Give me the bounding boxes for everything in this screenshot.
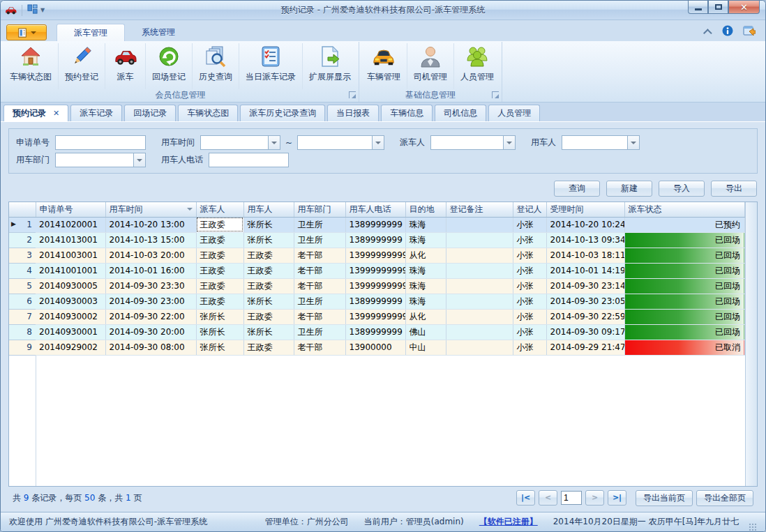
ribbon-button[interactable]: 扩展屏显示 — [303, 43, 357, 89]
cell-dispatcher[interactable]: 王政委 — [196, 232, 243, 248]
cell-dispatcher[interactable]: 王政委 — [196, 263, 243, 278]
cell-remark[interactable] — [446, 217, 513, 232]
cell-use_time[interactable]: 2014-09-30 22:00 — [105, 309, 196, 324]
cell-dept[interactable]: 老干部 — [294, 340, 345, 355]
cell-use_time[interactable]: 2014-09-30 23:00 — [105, 294, 196, 309]
cell-apply_no[interactable]: 20141020001 — [36, 217, 105, 232]
minimize-button[interactable] — [688, 1, 708, 14]
cell-registrar[interactable]: 小张 — [513, 278, 546, 294]
cell-apply_no[interactable]: 20141001001 — [36, 263, 105, 278]
combo-dropdown-button[interactable] — [268, 136, 280, 149]
column-header-status[interactable]: 派车状态 — [624, 202, 745, 217]
vertical-scrollbar[interactable] — [745, 202, 757, 486]
cell-apply_no[interactable]: 20141003001 — [36, 248, 105, 263]
ribbon-button[interactable]: 当日派车记录 — [239, 43, 303, 89]
document-tab[interactable]: 预约记录✕ — [3, 105, 68, 121]
column-header-user[interactable]: 用车人 — [243, 202, 294, 217]
cell-user[interactable]: 王政委 — [243, 248, 294, 263]
combo-dropdown-button[interactable] — [503, 136, 515, 149]
filter-input[interactable] — [209, 153, 288, 167]
cell-accept_time[interactable]: 2014-10-01 14:19 — [546, 263, 624, 278]
column-filter-icon[interactable] — [187, 208, 193, 213]
status-cell[interactable]: 已回场 — [624, 278, 745, 294]
column-header-accept_time[interactable]: 受理时间 — [546, 202, 624, 217]
cell-dest[interactable]: 佛山 — [405, 324, 446, 340]
row-number-cell[interactable]: 9 — [9, 340, 36, 355]
action-button[interactable]: 导出 — [711, 181, 757, 197]
table-row[interactable]: 9201409290022014-09-30 08:00张所长王政委老干部139… — [9, 340, 745, 355]
cell-use_time[interactable]: 2014-09-30 23:30 — [105, 278, 196, 294]
cell-user[interactable]: 王政委 — [243, 340, 294, 355]
cell-apply_no[interactable]: 20140929002 — [36, 340, 105, 355]
cell-dispatcher[interactable]: 王政委 — [196, 278, 243, 294]
cell-phone[interactable]: 1389999999 — [345, 294, 405, 309]
tab-close-icon[interactable]: ✕ — [53, 109, 59, 118]
cell-accept_time[interactable]: 2014-10-20 10:24 — [546, 217, 624, 232]
cell-registrar[interactable]: 小张 — [513, 248, 546, 263]
column-header-phone[interactable]: 用车人电话 — [345, 202, 405, 217]
combo-dropdown-button[interactable] — [627, 136, 639, 149]
filter-input[interactable] — [298, 136, 372, 149]
cell-dest[interactable]: 中山 — [405, 340, 446, 355]
row-number-cell[interactable]: 1▶ — [9, 217, 36, 232]
ribbon-button[interactable]: 派车 — [105, 43, 146, 89]
toolbar-dropdown-caret[interactable]: ▼ — [40, 7, 45, 13]
info-icon[interactable] — [722, 25, 733, 38]
document-tab[interactable]: 回场记录 — [124, 105, 176, 121]
cell-dept[interactable]: 卫生所 — [294, 232, 345, 248]
cell-dest[interactable]: 从化 — [405, 309, 446, 324]
cell-dept[interactable]: 卫生所 — [294, 324, 345, 340]
cell-apply_no[interactable]: 20141013001 — [36, 232, 105, 248]
table-row[interactable]: 2201410130012014-10-13 15:00王政委张所长卫生所138… — [9, 232, 745, 248]
cell-phone[interactable]: 13999999999 — [345, 309, 405, 324]
cell-use_time[interactable]: 2014-10-20 13:00 — [105, 217, 196, 232]
filter-input[interactable] — [431, 136, 503, 149]
cell-dispatcher[interactable]: 王政委 — [196, 217, 243, 232]
cell-dispatcher[interactable]: 张所长 — [196, 324, 243, 340]
column-header-dispatcher[interactable]: 派车人 — [196, 202, 243, 217]
close-button[interactable]: ✕ — [728, 1, 760, 14]
row-number-cell[interactable]: 4 — [9, 263, 36, 278]
cell-dept[interactable]: 卫生所 — [294, 217, 345, 232]
document-tab[interactable]: 人员管理 — [488, 105, 540, 121]
cell-registrar[interactable]: 小张 — [513, 294, 546, 309]
status-cell[interactable]: 已回场 — [624, 309, 745, 324]
ribbon-button[interactable]: 车辆管理 — [361, 43, 407, 89]
cell-accept_time[interactable]: 2014-10-13 09:34 — [546, 232, 624, 248]
row-number-cell[interactable]: 8 — [9, 324, 36, 340]
cell-user[interactable]: 张所长 — [243, 217, 294, 232]
cell-accept_time[interactable]: 2014-09-30 23:05 — [546, 294, 624, 309]
cell-accept_time[interactable]: 2014-09-29 21:47 — [546, 340, 624, 355]
cell-use_time[interactable]: 2014-10-03 20:00 — [105, 248, 196, 263]
status-cell[interactable]: 已回场 — [624, 294, 745, 309]
document-tab[interactable]: 当日报表 — [327, 105, 379, 121]
cell-dest[interactable]: 珠海 — [405, 217, 446, 232]
cell-dispatcher[interactable]: 王政委 — [196, 248, 243, 263]
cell-dept[interactable]: 老干部 — [294, 309, 345, 324]
column-header-num[interactable] — [9, 202, 36, 217]
table-row[interactable]: 5201409300052014-09-30 23:30王政委王政委老干部139… — [9, 278, 745, 294]
cell-apply_no[interactable]: 20140930005 — [36, 278, 105, 294]
combo-dropdown-button[interactable] — [372, 136, 384, 149]
action-button[interactable]: 查询 — [554, 181, 600, 197]
cell-phone[interactable]: 13900000 — [345, 340, 405, 355]
cell-dept[interactable]: 老干部 — [294, 248, 345, 263]
document-tab[interactable]: 派车记录 — [70, 105, 122, 121]
cell-accept_time[interactable]: 2014-09-30 23:14 — [546, 278, 624, 294]
cell-phone[interactable]: 13999999999 — [345, 278, 405, 294]
ribbon-button[interactable]: 预约登记 — [59, 43, 105, 89]
filter-input[interactable] — [201, 136, 268, 149]
last-page-button[interactable]: >| — [608, 490, 626, 506]
first-page-button[interactable]: |< — [516, 490, 535, 506]
column-header-apply_no[interactable]: 申请单号 — [36, 202, 105, 217]
column-header-dest[interactable]: 目的地 — [405, 202, 446, 217]
cell-user[interactable]: 张所长 — [243, 324, 294, 340]
cell-use_time[interactable]: 2014-10-01 16:00 — [105, 263, 196, 278]
document-tab[interactable]: 车辆信息 — [381, 105, 433, 121]
page-number-input[interactable] — [561, 491, 582, 505]
cell-use_time[interactable]: 2014-10-13 15:00 — [105, 232, 196, 248]
cell-remark[interactable] — [446, 278, 513, 294]
cell-user[interactable]: 张所长 — [243, 232, 294, 248]
table-row[interactable]: 3201410030012014-10-03 20:00王政委王政委老干部139… — [9, 248, 745, 263]
layout-switch-icon[interactable] — [27, 4, 38, 17]
